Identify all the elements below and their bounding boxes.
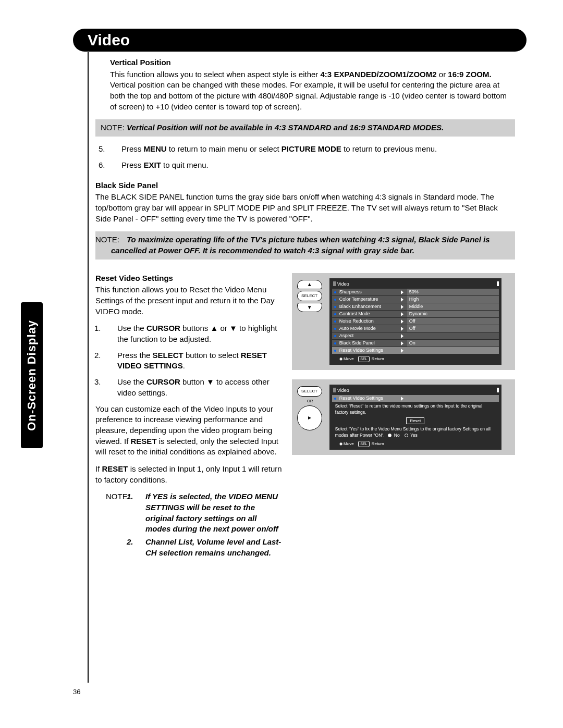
- text-bold: SELECT: [153, 351, 183, 360]
- osd-row-label: Reset Video Settings: [338, 347, 401, 353]
- text: .: [183, 361, 185, 370]
- remote-dpad-icon: ▸: [297, 405, 322, 430]
- osd-row-value: Dynamic: [407, 311, 499, 317]
- text: to return to previous menu.: [341, 144, 437, 153]
- note-label: NOTE:: [101, 123, 127, 132]
- osd-panel-1: Video Sharpness50%Color TemperatureHighB…: [329, 278, 501, 365]
- text-bold: 16:9 ZOOM.: [448, 70, 491, 79]
- remote-or-label: OR: [297, 398, 323, 404]
- note-item-2: 2.Channel List, Volume level and Last-CH…: [136, 537, 283, 558]
- osd-figure-1: ▲ SELECT ▼ Video Sharpness50%Color Tempe…: [292, 273, 515, 370]
- osd-row: Noise ReductionOff: [332, 318, 499, 325]
- reset-video-para2: If RESET is selected in Input 1, only In…: [95, 464, 283, 485]
- vertical-position-heading: Vertical Position: [110, 57, 515, 68]
- osd-reset-text-1: Select "Reset" to return the video menu …: [332, 402, 499, 416]
- text: No: [394, 433, 400, 438]
- text-bold: RESET: [102, 464, 128, 473]
- vertical-position-section: Vertical Position This function allows y…: [95, 57, 515, 112]
- side-tab: On-Screen Display: [21, 302, 43, 448]
- osd-reset-button: Reset: [406, 417, 424, 424]
- osd-row: Reset Video Settings: [332, 347, 499, 354]
- reset-video-note: NOTE: 1.If YES is selected, the VIDEO ME…: [95, 491, 283, 558]
- text-bold: EXIT: [144, 161, 161, 169]
- page-content: Vertical Position This function allows y…: [95, 57, 515, 558]
- text-bold: MENU: [144, 144, 167, 153]
- osd-title-text: Video: [337, 387, 349, 393]
- sel-badge: SEL: [358, 356, 369, 362]
- remote-select-button: SELECT: [297, 291, 322, 301]
- sel-badge: SEL: [358, 441, 369, 447]
- osd-row-label: Black Enhancement: [338, 303, 401, 310]
- text: If YES is selected, the VIDEO MENU SETTI…: [145, 492, 278, 533]
- text: Move: [344, 441, 354, 446]
- reset-video-intro: This function allows you to Reset the Vi…: [95, 285, 283, 317]
- osd-row-value: 50%: [407, 289, 499, 295]
- reset-video-para1: You can customize each of the Video Inpu…: [95, 404, 283, 458]
- osd-row-label: Aspect: [338, 332, 401, 339]
- text: Press: [121, 144, 144, 153]
- osd-title-text: Video: [337, 281, 349, 287]
- reset-video-right-column: ▲ SELECT ▼ Video Sharpness50%Color Tempe…: [292, 273, 515, 559]
- black-side-panel-note: NOTE: To maximize operating life of the …: [95, 231, 515, 259]
- text: Yes: [410, 433, 418, 438]
- text: Return: [372, 356, 384, 361]
- osd-figure-2: SELECT OR ▸ Video Reset Video Settings S…: [292, 379, 515, 455]
- note-label: NOTE:: [95, 235, 127, 245]
- osd-footer: ◆ Move SEL Return: [332, 439, 499, 447]
- text-bold: CURSOR: [146, 324, 180, 332]
- reset-video-left-column: Reset Video Settings This function allow…: [95, 273, 283, 559]
- page-number: 36: [73, 688, 80, 696]
- text-bold: PICTURE MODE: [282, 144, 341, 153]
- text: to quit menu.: [161, 161, 209, 169]
- vertical-divider: [88, 52, 89, 683]
- osd-row-value: Off: [407, 325, 499, 332]
- remote-down-icon: ▼: [297, 303, 322, 312]
- osd-row: Black EnhancementMiddle: [332, 303, 499, 310]
- reset-video-heading: Reset Video Settings: [95, 273, 283, 284]
- text: to return to main menu or select: [167, 144, 282, 153]
- step-5: 5.Press MENU to return to main menu or s…: [110, 144, 515, 155]
- section-header: Video: [73, 29, 527, 52]
- osd-title: Video: [332, 387, 499, 393]
- text: This function allows you to select when …: [110, 70, 321, 79]
- reset-step-2: 2.Press the SELECT button to select RESE…: [106, 350, 283, 372]
- reset-video-steps: 1.Use the CURSOR buttons ▲ or ▼ to highl…: [95, 323, 283, 398]
- black-side-panel-section: Black Side Panel The BLACK SIDE PANEL fu…: [95, 180, 515, 225]
- osd-row: Sharpness50%: [332, 289, 499, 295]
- remote-select-button: SELECT: [297, 386, 322, 397]
- osd-row-value: On: [407, 340, 499, 347]
- side-tab-label: On-Screen Display: [25, 320, 39, 431]
- reset-step-1: 1.Use the CURSOR buttons ▲ or ▼ to highl…: [106, 323, 283, 344]
- osd-row-label: Reset Video Settings: [338, 395, 401, 401]
- text: Move: [344, 356, 354, 361]
- osd-row-label: Noise Reduction: [338, 318, 401, 324]
- osd-row: Color TemperatureHigh: [332, 296, 499, 303]
- text: Press the: [117, 351, 153, 360]
- osd-row: Contrast ModeDynamic: [332, 311, 499, 317]
- osd-row: Auto Movie ModeOff: [332, 325, 499, 332]
- reset-video-section: Reset Video Settings This function allow…: [95, 273, 515, 559]
- text: Channel List, Volume level and Last-CH s…: [145, 537, 281, 557]
- osd-row-reset-video: Reset Video Settings: [332, 395, 499, 402]
- vertical-position-body: This function allows you to select when …: [110, 69, 515, 113]
- note-text: Vertical Position will not be available …: [127, 123, 444, 132]
- osd-row-value: Middle: [407, 303, 499, 310]
- osd-row: Black Side PanelOn: [332, 340, 499, 347]
- osd-row-label: Black Side Panel: [338, 340, 401, 346]
- osd-row-label: Auto Movie Mode: [338, 325, 401, 331]
- osd-row-value: Off: [407, 318, 499, 325]
- note-item-1: 1.If YES is selected, the VIDEO MENU SET…: [136, 491, 283, 535]
- black-side-panel-heading: Black Side Panel: [95, 180, 515, 191]
- vertical-position-note: NOTE: Vertical Position will not be avai…: [95, 119, 515, 137]
- osd-row-value: High: [407, 296, 499, 303]
- text: Press: [121, 161, 144, 169]
- osd-row-label: Color Temperature: [338, 296, 401, 302]
- text: button to select: [183, 351, 241, 360]
- text: Use the: [117, 324, 146, 332]
- text: Use the: [117, 377, 146, 386]
- radio-filled-icon: [388, 434, 391, 437]
- black-side-panel-body: The BLACK SIDE PANEL function turns the …: [95, 192, 515, 224]
- text-bold: RESET: [131, 437, 157, 446]
- osd-reset-text-2: Select "Yes" to fix the Video Menu Setti…: [332, 425, 499, 439]
- radio-empty-icon: [405, 434, 408, 437]
